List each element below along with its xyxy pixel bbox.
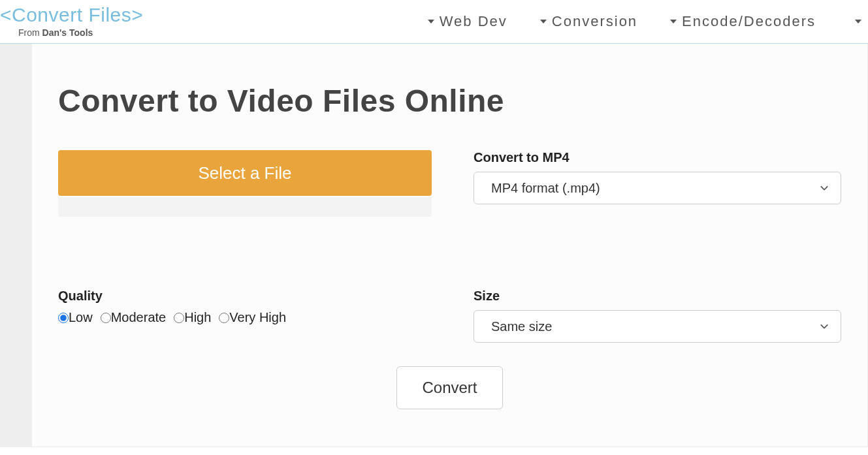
radio-input-low[interactable] bbox=[58, 313, 69, 323]
site-header: <Convert Files> From Dan's Tools Web Dev… bbox=[0, 0, 868, 44]
nav-item-webdev[interactable]: Web Dev bbox=[428, 13, 507, 30]
quality-label: Quality bbox=[58, 289, 432, 304]
page-title: Convert to Video Files Online bbox=[58, 83, 841, 119]
logo-sub-from: From bbox=[18, 27, 42, 38]
size-label: Size bbox=[474, 289, 841, 304]
radio-label: Low bbox=[69, 310, 93, 325]
quality-radio-high[interactable]: High bbox=[174, 310, 211, 325]
quality-radio-moderate[interactable]: Moderate bbox=[101, 310, 167, 325]
radio-label: High bbox=[184, 310, 211, 325]
page-background: Convert to Video Files Online Select a F… bbox=[0, 44, 868, 447]
quality-radios: Low Moderate High Very High bbox=[58, 310, 432, 325]
row-quality-size: Quality Low Moderate High bbox=[58, 289, 841, 343]
radio-label: Very High bbox=[229, 310, 286, 325]
convert-button[interactable]: Convert bbox=[396, 366, 502, 409]
size-select[interactable]: Same size bbox=[474, 310, 841, 343]
radio-input-veryhigh[interactable] bbox=[219, 313, 229, 323]
nav-label: Encode/Decoders bbox=[682, 13, 816, 30]
file-dropzone-placeholder bbox=[58, 197, 432, 217]
nav-label: Conversion bbox=[552, 13, 637, 30]
main-panel: Convert to Video Files Online Select a F… bbox=[31, 44, 868, 447]
size-column: Size Same size bbox=[474, 289, 841, 343]
format-column: Convert to MP4 MP4 format (.mp4) bbox=[474, 150, 841, 204]
radio-input-moderate[interactable] bbox=[101, 313, 111, 323]
nav-item-conversion[interactable]: Conversion bbox=[540, 13, 637, 30]
top-nav: Web Dev Conversion Encode/Decoders bbox=[428, 13, 868, 30]
logo-sub-brand: Dan's Tools bbox=[42, 27, 93, 38]
caret-down-icon bbox=[540, 20, 547, 24]
nav-item-encoders[interactable]: Encode/Decoders bbox=[670, 13, 816, 30]
quality-radio-low[interactable]: Low bbox=[58, 310, 93, 325]
caret-down-icon bbox=[670, 20, 677, 24]
quality-column: Quality Low Moderate High bbox=[58, 289, 432, 325]
quality-radio-veryhigh[interactable]: Very High bbox=[219, 310, 286, 325]
format-label: Convert to MP4 bbox=[474, 150, 841, 165]
logo-text[interactable]: <Convert Files> bbox=[0, 5, 143, 25]
logo-block: <Convert Files> From Dan's Tools bbox=[0, 5, 143, 38]
format-select-value: MP4 format (.mp4) bbox=[491, 181, 600, 196]
convert-row: Convert bbox=[58, 366, 841, 409]
caret-down-icon bbox=[428, 20, 434, 24]
file-column: Select a File bbox=[58, 150, 432, 217]
row-file-format: Select a File Convert to MP4 MP4 format … bbox=[58, 150, 841, 217]
radio-label: Moderate bbox=[111, 310, 167, 325]
chevron-down-icon bbox=[820, 322, 829, 331]
logo-subtitle: From Dan's Tools bbox=[0, 27, 143, 38]
format-select[interactable]: MP4 format (.mp4) bbox=[474, 172, 841, 204]
caret-down-icon[interactable] bbox=[855, 20, 861, 24]
nav-label: Web Dev bbox=[440, 13, 507, 30]
chevron-down-icon bbox=[820, 183, 829, 193]
radio-input-high[interactable] bbox=[174, 313, 184, 323]
select-file-button[interactable]: Select a File bbox=[58, 150, 432, 196]
size-select-value: Same size bbox=[491, 319, 552, 334]
